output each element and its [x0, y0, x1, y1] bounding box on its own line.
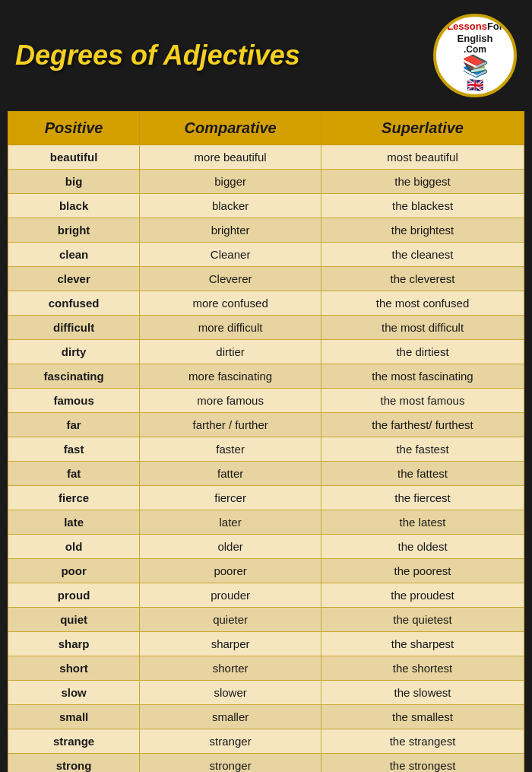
superlative-cell: the sharpest [321, 632, 524, 656]
superlative-cell: the strangest [321, 729, 524, 754]
comparative-cell: farther / further [140, 413, 321, 437]
header: Degrees of Adjectives LessonsFor English… [0, 0, 532, 111]
superlative-cell: the proudest [321, 583, 524, 608]
table-row: dirtydirtierthe dirtiest [8, 340, 524, 364]
comparative-cell: Cleaner [140, 243, 321, 267]
table-row: bigbiggerthe biggest [8, 170, 524, 194]
table-row: cleverClevererthe cleverest [8, 267, 524, 291]
positive-cell: strong [8, 754, 140, 773]
comparative-cell: prouder [140, 583, 321, 608]
positive-cell: bright [8, 218, 140, 243]
positive-cell: clean [8, 243, 140, 267]
table-row: farfarther / furtherthe farthest/ furthe… [8, 413, 524, 437]
comparative-cell: bigger [140, 170, 321, 194]
superlative-cell: the poorest [321, 559, 524, 583]
table-row: difficultmore difficultthe most difficul… [8, 316, 524, 340]
superlative-cell: the most difficult [321, 316, 524, 340]
positive-cell: sharp [8, 632, 140, 656]
comparative-cell: blacker [140, 194, 321, 218]
superlative-cell: the biggest [321, 170, 524, 194]
positive-cell: old [8, 535, 140, 559]
positive-cell: quiet [8, 608, 140, 632]
comparative-cell: Cleverer [140, 267, 321, 291]
table-row: strongstrongerthe strongest [8, 754, 524, 773]
logo-flag-icon: 🇬🇧 [467, 77, 483, 94]
superlative-cell: most beautiful [321, 145, 524, 170]
comparative-cell: poorer [140, 559, 321, 583]
superlative-cell: the blackest [321, 194, 524, 218]
table-row: sharpsharperthe sharpest [8, 632, 524, 656]
table-header-row: Positive Comparative Superlative [8, 112, 524, 145]
col-superlative: Superlative [321, 112, 524, 145]
comparative-cell: more fascinating [140, 364, 321, 389]
superlative-cell: the farthest/ furthest [321, 413, 524, 437]
table-row: famousmore famousthe most famous [8, 389, 524, 413]
positive-cell: fast [8, 437, 140, 462]
superlative-cell: the shortest [321, 656, 524, 681]
positive-cell: clever [8, 267, 140, 291]
table-row: beautifulmore beautifulmost beautiful [8, 145, 524, 170]
superlative-cell: the most confused [321, 291, 524, 316]
positive-cell: poor [8, 559, 140, 583]
positive-cell: dirty [8, 340, 140, 364]
superlative-cell: the strongest [321, 754, 524, 773]
table-row: latelaterthe latest [8, 510, 524, 535]
positive-cell: strange [8, 729, 140, 754]
superlative-cell: the brightest [321, 218, 524, 243]
superlative-cell: the oldest [321, 535, 524, 559]
table-row: brightbrighterthe brightest [8, 218, 524, 243]
superlative-cell: the most famous [321, 389, 524, 413]
superlative-cell: the fattest [321, 462, 524, 486]
comparative-cell: smaller [140, 705, 321, 729]
table-row: strangestrangerthe strangest [8, 729, 524, 754]
superlative-cell: the cleanest [321, 243, 524, 267]
logo-text: LessonsFor English .Com [442, 17, 508, 56]
comparative-cell: fatter [140, 462, 321, 486]
table-row: blackblackerthe blackest [8, 194, 524, 218]
table-row: proudprouderthe proudest [8, 583, 524, 608]
table-row: confusedmore confusedthe most confused [8, 291, 524, 316]
table-row: quietquieterthe quietest [8, 608, 524, 632]
table-row: poorpoorerthe poorest [8, 559, 524, 583]
table-row: fatfatterthe fattest [8, 462, 524, 486]
comparative-cell: more famous [140, 389, 321, 413]
logo: LessonsFor English .Com 📚 🇬🇧 [433, 14, 517, 97]
table-row: smallsmallerthe smallest [8, 705, 524, 729]
table-row: slowslowerthe slowest [8, 681, 524, 705]
superlative-cell: the cleverest [321, 267, 524, 291]
positive-cell: black [8, 194, 140, 218]
comparative-cell: more beautiful [140, 145, 321, 170]
table-row: fiercefiercerthe fiercest [8, 486, 524, 510]
positive-cell: difficult [8, 316, 140, 340]
positive-cell: famous [8, 389, 140, 413]
superlative-cell: the most fascinating [321, 364, 524, 389]
comparative-cell: quieter [140, 608, 321, 632]
superlative-cell: the fiercest [321, 486, 524, 510]
table-row: fastfasterthe fastest [8, 437, 524, 462]
positive-cell: late [8, 510, 140, 535]
comparative-cell: older [140, 535, 321, 559]
positive-cell: fascinating [8, 364, 140, 389]
table-row: oldolderthe oldest [8, 535, 524, 559]
main-content: Positive Comparative Superlative beautif… [8, 111, 524, 772]
positive-cell: far [8, 413, 140, 437]
comparative-cell: stranger [140, 729, 321, 754]
superlative-cell: the smallest [321, 705, 524, 729]
superlative-cell: the slowest [321, 681, 524, 705]
superlative-cell: the fastest [321, 437, 524, 462]
comparative-cell: faster [140, 437, 321, 462]
positive-cell: fierce [8, 486, 140, 510]
page-title: Degrees of Adjectives [15, 40, 433, 71]
superlative-cell: the quietest [321, 608, 524, 632]
logo-books-icon: 📚 [462, 56, 489, 77]
positive-cell: confused [8, 291, 140, 316]
positive-cell: beautiful [8, 145, 140, 170]
table-row: shortshorterthe shortest [8, 656, 524, 681]
superlative-cell: the dirtiest [321, 340, 524, 364]
table-row: fascinatingmore fascinatingthe most fasc… [8, 364, 524, 389]
adjectives-table: Positive Comparative Superlative beautif… [8, 111, 524, 772]
positive-cell: slow [8, 681, 140, 705]
positive-cell: proud [8, 583, 140, 608]
comparative-cell: more difficult [140, 316, 321, 340]
col-comparative: Comparative [140, 112, 321, 145]
